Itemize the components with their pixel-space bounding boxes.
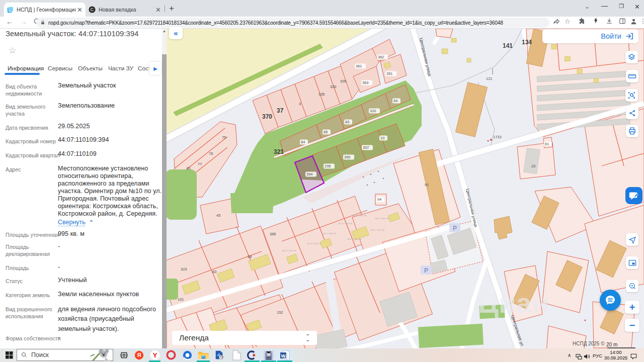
svg-text:101: 101 bbox=[178, 297, 184, 302]
svg-text:10: 10 bbox=[380, 136, 384, 140]
svg-text:P: P bbox=[424, 267, 428, 274]
svg-text:54: 54 bbox=[393, 99, 397, 103]
svg-text:310: 310 bbox=[370, 109, 376, 113]
svg-text:335: 335 bbox=[318, 92, 325, 97]
svg-text:390: 390 bbox=[344, 155, 351, 159]
svg-text:ЧАСТЬ УЧАСТКА: ЧАСТЬ УЧАСТКА bbox=[375, 218, 389, 220]
svg-text:91: 91 bbox=[425, 183, 429, 187]
svg-text:394: 394 bbox=[306, 172, 313, 176]
svg-text:94: 94 bbox=[377, 197, 381, 202]
svg-text:295: 295 bbox=[325, 164, 331, 168]
svg-text:363: 363 bbox=[362, 80, 369, 85]
svg-text:ЧАСТЬ УЧАСТКА: ЧАСТЬ УЧАСТКА bbox=[338, 223, 353, 225]
svg-text:61: 61 bbox=[545, 142, 549, 146]
svg-text:ЧАСТЬ УЧАСТКА: ЧАСТЬ УЧАСТКА bbox=[322, 233, 337, 235]
svg-text:362: 362 bbox=[378, 55, 384, 59]
svg-text:351: 351 bbox=[386, 71, 393, 76]
svg-text:W: W bbox=[281, 352, 286, 358]
svg-text:397: 397 bbox=[363, 145, 369, 150]
svg-text:Y: Y bbox=[152, 351, 157, 359]
svg-text:84: 84 bbox=[301, 140, 305, 144]
svg-text:58: 58 bbox=[248, 254, 252, 259]
svg-text:152: 152 bbox=[277, 310, 283, 315]
svg-text:320: 320 bbox=[330, 84, 337, 89]
svg-text:141: 141 bbox=[503, 42, 513, 49]
svg-text:ЧАСТЬ УЧАСТКА: ЧАСТЬ УЧАСТКА bbox=[370, 229, 385, 231]
svg-text:Я: Я bbox=[137, 352, 141, 358]
svg-text:P: P bbox=[453, 225, 457, 232]
svg-text:77: 77 bbox=[198, 162, 202, 166]
svg-text:ЧАСТЬ УЧАСТКА: ЧАСТЬ УЧАСТКА bbox=[282, 250, 296, 252]
svg-text:20: 20 bbox=[531, 164, 535, 168]
svg-text:385: 385 bbox=[270, 232, 276, 236]
svg-text:81: 81 bbox=[187, 166, 191, 170]
svg-text:370: 370 bbox=[262, 113, 272, 120]
svg-text:83: 83 bbox=[345, 120, 349, 124]
svg-text:45: 45 bbox=[216, 213, 220, 218]
svg-text:75: 75 bbox=[222, 135, 226, 140]
svg-text:ЧАСТЬ УЧАСТКА: ЧАСТЬ УЧАСТКА bbox=[347, 238, 362, 240]
svg-text:323: 323 bbox=[181, 267, 187, 272]
svg-text:C: C bbox=[91, 7, 94, 12]
svg-text:85: 85 bbox=[324, 130, 328, 134]
svg-text:321: 321 bbox=[274, 148, 284, 155]
svg-text:76: 76 bbox=[209, 151, 213, 156]
svg-text:326: 326 bbox=[340, 79, 347, 83]
svg-text:ЧАСТЬ УЧАСТКА: ЧАСТЬ УЧАСТКА bbox=[307, 243, 321, 245]
svg-text:37: 37 bbox=[277, 107, 284, 114]
svg-text:121: 121 bbox=[486, 76, 493, 81]
svg-text:3: 3 bbox=[299, 102, 301, 106]
svg-text:361: 361 bbox=[356, 64, 362, 68]
svg-text:60: 60 bbox=[212, 269, 216, 274]
svg-text:Циан: Циан bbox=[478, 287, 548, 319]
svg-text:1733: 1733 bbox=[493, 135, 502, 139]
svg-text:134: 134 bbox=[522, 39, 532, 46]
svg-text:ЧАСТЬ УЧАСТКА: ЧАСТЬ УЧАСТКА bbox=[352, 215, 367, 217]
